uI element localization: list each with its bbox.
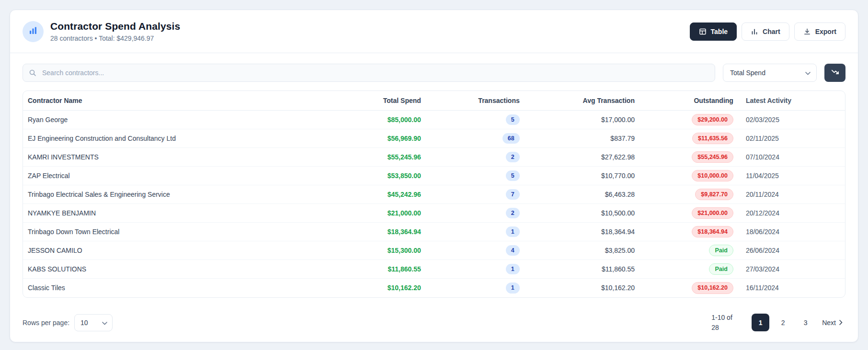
contractor-name-cell: EJ Engineering Construction and Consulta… bbox=[23, 129, 327, 148]
latest-activity-cell: 27/03/2024 bbox=[738, 260, 845, 279]
table-row[interactable]: ZAP Electrical$53,850.005$10,770.00$10,0… bbox=[23, 167, 845, 185]
total-spend-cell: $45,242.96 bbox=[327, 185, 426, 204]
transactions-cell: 5 bbox=[426, 111, 525, 129]
search-box bbox=[23, 64, 715, 82]
avg-transaction-cell: $6,463.28 bbox=[525, 185, 640, 204]
page-subtitle: 28 contractors • Total: $429,946.97 bbox=[50, 34, 180, 42]
outstanding-cell: Paid bbox=[640, 241, 738, 260]
transactions-cell: 2 bbox=[426, 204, 525, 223]
table-row[interactable]: Ryan George$85,000.005$17,000.00$29,200.… bbox=[23, 111, 845, 129]
total-spend-cell: $53,850.00 bbox=[327, 167, 426, 185]
table-row[interactable]: KAMRI INVESTMENTS$55,245.962$27,622.98$5… bbox=[23, 148, 845, 167]
table-icon bbox=[699, 28, 707, 35]
outstanding-badge: $21,000.00 bbox=[692, 207, 733, 219]
contractor-name-cell: Classic Tiles bbox=[23, 279, 327, 297]
avg-transaction-cell: $837.79 bbox=[525, 129, 640, 148]
avg-transaction-cell: $10,770.00 bbox=[525, 167, 640, 185]
transaction-count-badge: 1 bbox=[506, 264, 520, 275]
chart-view-button[interactable]: Chart bbox=[742, 23, 789, 41]
total-spend-cell: $85,000.00 bbox=[327, 111, 426, 129]
outstanding-cell: $9,827.70 bbox=[640, 185, 738, 204]
outstanding-cell: $10,162.20 bbox=[640, 279, 738, 297]
total-spend-cell: $56,969.90 bbox=[327, 129, 426, 148]
sort-field-select[interactable]: Total Spend bbox=[723, 64, 817, 82]
sort-descending-icon bbox=[831, 68, 839, 78]
outstanding-badge: Paid bbox=[709, 245, 733, 257]
latest-activity-cell: 07/10/2024 bbox=[738, 148, 845, 167]
page-button-3[interactable]: 3 bbox=[797, 314, 814, 331]
total-spend-cell: $10,162.20 bbox=[327, 279, 426, 297]
rows-per-page: Rows per page: 10 bbox=[23, 314, 113, 331]
table-row[interactable]: JESSON CAMILO$15,300.004$3,825.00Paid26/… bbox=[23, 241, 845, 260]
transaction-count-badge: 5 bbox=[506, 114, 520, 125]
transaction-count-badge: 4 bbox=[506, 245, 520, 256]
column-header-transactions[interactable]: Transactions bbox=[426, 91, 525, 111]
page-button-1[interactable]: 1 bbox=[752, 314, 769, 331]
sort-direction-button[interactable] bbox=[824, 64, 845, 82]
total-spend-cell: $18,364.94 bbox=[327, 223, 426, 241]
bar-chart-icon bbox=[28, 26, 38, 37]
transaction-count-badge: 7 bbox=[506, 189, 520, 200]
transactions-cell: 5 bbox=[426, 167, 525, 185]
column-header-outstanding[interactable]: Outstanding bbox=[640, 91, 738, 111]
table-row[interactable]: NYAMKYE BENJAMIN$21,000.002$10,500.00$21… bbox=[23, 204, 845, 223]
chart-icon bbox=[751, 28, 758, 35]
table-row[interactable]: Trinbago Down Town Electrical$18,364.941… bbox=[23, 223, 845, 241]
latest-activity-cell: 02/03/2025 bbox=[738, 111, 845, 129]
table-footer: Rows per page: 10 1-10 of 28 1 2 3 Next bbox=[10, 303, 858, 342]
transaction-count-badge: 1 bbox=[506, 282, 520, 294]
outstanding-cell: $18,364.94 bbox=[640, 223, 738, 241]
transactions-cell: 1 bbox=[426, 260, 525, 279]
total-spend-cell: $55,245.96 bbox=[327, 148, 426, 167]
latest-activity-cell: 26/06/2024 bbox=[738, 241, 845, 260]
latest-activity-cell: 20/11/2024 bbox=[738, 185, 845, 204]
outstanding-badge: Paid bbox=[709, 263, 733, 275]
chevron-down-icon bbox=[805, 69, 811, 77]
page-title: Contractor Spend Analysis bbox=[50, 21, 180, 32]
avg-transaction-cell: $3,825.00 bbox=[525, 241, 640, 260]
header-left: Contractor Spend Analysis 28 contractors… bbox=[23, 21, 180, 42]
rows-per-page-select[interactable]: 10 bbox=[74, 314, 113, 331]
contractor-table: Contractor Name Total Spend Transactions… bbox=[23, 90, 845, 298]
column-header-avg-transaction[interactable]: Avg Transaction bbox=[525, 91, 640, 111]
transaction-count-badge: 1 bbox=[506, 226, 520, 237]
contractor-name-cell: KAMRI INVESTMENTS bbox=[23, 148, 327, 167]
column-header-total-spend[interactable]: Total Spend bbox=[327, 91, 426, 111]
table-view-button[interactable]: Table bbox=[690, 23, 737, 41]
transactions-cell: 1 bbox=[426, 223, 525, 241]
next-page-button[interactable]: Next bbox=[819, 319, 845, 327]
chevron-right-icon bbox=[839, 319, 843, 327]
avg-transaction-cell: $10,162.20 bbox=[525, 279, 640, 297]
column-header-contractor-name[interactable]: Contractor Name bbox=[23, 91, 327, 111]
outstanding-cell: Paid bbox=[640, 260, 738, 279]
table-row[interactable]: Trinbago Electrical Sales & Engineering … bbox=[23, 185, 845, 204]
latest-activity-cell: 20/12/2024 bbox=[738, 204, 845, 223]
avg-transaction-cell: $17,000.00 bbox=[525, 111, 640, 129]
pagination: 1-10 of 28 1 2 3 Next bbox=[711, 313, 845, 332]
page-button-2[interactable]: 2 bbox=[774, 314, 792, 331]
search-input[interactable] bbox=[23, 64, 715, 82]
table-header-row: Contractor Name Total Spend Transactions… bbox=[23, 91, 845, 111]
search-icon bbox=[29, 69, 36, 77]
contractor-name-cell: JESSON CAMILO bbox=[23, 241, 327, 260]
transaction-count-badge: 2 bbox=[506, 152, 520, 163]
avg-transaction-cell: $18,364.94 bbox=[525, 223, 640, 241]
contractor-name-cell: Trinbago Electrical Sales & Engineering … bbox=[23, 185, 327, 204]
export-button[interactable]: Export bbox=[794, 23, 845, 41]
transactions-cell: 1 bbox=[426, 279, 525, 297]
outstanding-cell: $29,200.00 bbox=[640, 111, 738, 129]
transactions-cell: 7 bbox=[426, 185, 525, 204]
outstanding-cell: $21,000.00 bbox=[640, 204, 738, 223]
table-row[interactable]: KABS SOLUTIONS$11,860.551$11,860.55Paid2… bbox=[23, 260, 845, 279]
contractor-spend-card: Contractor Spend Analysis 28 contractors… bbox=[10, 10, 858, 342]
table-row[interactable]: EJ Engineering Construction and Consulta… bbox=[23, 129, 845, 148]
contractor-name-cell: KABS SOLUTIONS bbox=[23, 260, 327, 279]
contractor-name-cell: Ryan George bbox=[23, 111, 327, 129]
transaction-count-badge: 5 bbox=[506, 170, 520, 181]
column-header-latest-activity[interactable]: Latest Activity bbox=[738, 91, 845, 111]
card-header: Contractor Spend Analysis 28 contractors… bbox=[10, 10, 858, 53]
outstanding-badge: $18,364.94 bbox=[692, 226, 733, 238]
outstanding-badge: $11,635.56 bbox=[692, 133, 733, 145]
analytics-icon-circle bbox=[23, 21, 44, 42]
table-row[interactable]: Classic Tiles$10,162.201$10,162.20$10,16… bbox=[23, 279, 845, 297]
